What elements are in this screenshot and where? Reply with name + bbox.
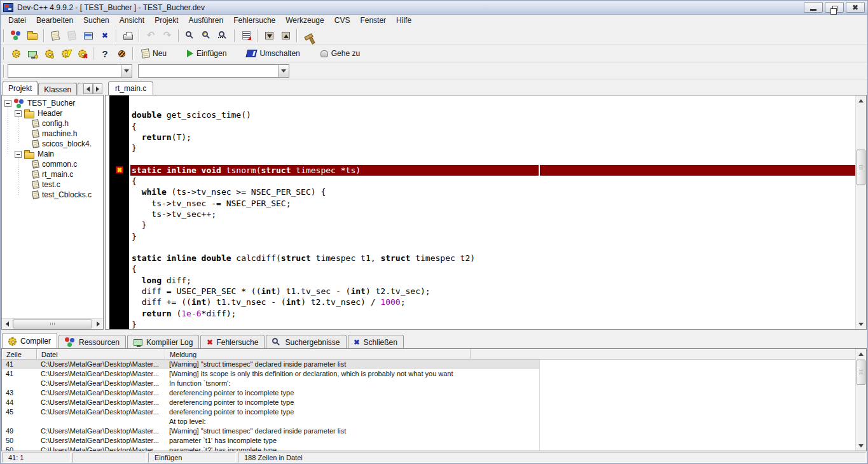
compile-button[interactable] [261,28,277,43]
rebuild-all-button[interactable] [57,46,74,61]
code-line[interactable]: long diff; [130,275,855,286]
scrollbar-thumb[interactable] [857,360,865,385]
close-window-button[interactable] [846,2,865,13]
combo-right-dropdown-button[interactable] [278,65,289,77]
output-row[interactable]: 50C:\Users\MetalGear\Desktop\Master...pa… [2,446,866,451]
toolbar-combo-right[interactable] [138,64,289,78]
tree-file-scicos-block4[interactable]: scicos_block4. [2,139,103,149]
menu-fehlersuche[interactable]: Fehlersuche [228,15,280,25]
table-vertical-scrollbar[interactable] [855,349,866,451]
toolbar-combo-left[interactable] [8,64,132,78]
scrollbar-thumb[interactable] [857,150,865,185]
menu-ausf-hren[interactable]: Ausführen [183,15,228,25]
code-line[interactable]: return (1e-6*diff); [130,308,855,319]
code-line[interactable] [130,153,855,164]
save-button[interactable] [47,28,64,43]
code-line[interactable]: { [130,121,855,132]
new-source-button[interactable] [8,28,24,43]
scroll-up-button[interactable] [856,95,866,106]
code-line[interactable]: while (ts->tv_nsec >= NSEC_PER_SEC) { [130,186,855,197]
undo-button[interactable]: ↶ [142,28,159,43]
run-button[interactable] [277,28,294,43]
menu-projekt[interactable]: Projekt [149,15,183,25]
print-button[interactable] [120,28,136,43]
close-all-button[interactable] [97,28,113,43]
rebuild-button[interactable] [300,28,317,43]
menu-fenster[interactable]: Fenster [355,15,391,25]
tab-ressourcen[interactable]: Ressourcen [59,335,126,348]
menu-datei[interactable]: Datei [3,15,31,25]
tree-folder-header[interactable]: Header [2,108,103,118]
tree-folder-main[interactable]: Main [2,149,103,159]
tab-fehlersuche[interactable]: Fehlersuche [200,335,265,348]
run-current-button[interactable] [24,46,41,61]
compile-and-run-button[interactable] [41,46,57,61]
insert-member-button[interactable] [113,46,130,61]
tab-projekt[interactable]: Projekt [3,81,38,95]
tab-kompilier-log[interactable]: Kompilier Log [127,335,199,348]
compile-current-button[interactable] [8,46,24,61]
scroll-down-button[interactable] [856,319,866,329]
tree-file-rt-main-c[interactable]: rt_main.c [2,169,103,179]
close-file-button[interactable] [80,28,97,43]
scroll-right-button[interactable] [93,319,103,329]
replace-button[interactable] [215,28,231,43]
menu-cvs[interactable]: CVS [329,15,355,25]
tab-suchergebnisse[interactable]: Suchergebnisse [266,335,346,348]
combo-left-dropdown-button[interactable] [121,65,132,77]
code-line[interactable]: return(T); [130,132,855,143]
menu-hilfe[interactable]: Hilfe [391,15,417,25]
tree-file-test-cblocks-c[interactable]: test_Cblocks.c [2,190,103,200]
collapse-toggle-icon[interactable] [15,151,22,158]
scrollbar-thumb[interactable] [13,320,92,328]
collapse-toggle-icon[interactable] [4,100,11,107]
column-header-meldung[interactable]: Meldung [165,349,471,360]
code-line-highlighted[interactable]: static inline void tsnorm(struct timespe… [130,165,855,176]
goto-button[interactable]: Gehe zu [315,46,366,61]
tab-scroll-left-button[interactable] [83,83,93,94]
minimize-button[interactable] [804,2,823,13]
code-area[interactable]: double get_scicos_time(){ return(T);}sta… [130,95,855,329]
output-row[interactable]: 45C:\Users\MetalGear\Desktop\Master...de… [2,407,866,417]
output-row[interactable]: 50C:\Users\MetalGear\Desktop\Master...pa… [2,436,866,446]
tab-scroll-right-button[interactable] [93,83,102,94]
tab-fehle[interactable]: Fehle [78,83,83,95]
code-line[interactable]: } [130,319,855,329]
code-line[interactable]: ts->tv_sec++; [130,209,855,220]
scroll-down-button[interactable] [856,440,866,451]
collapse-toggle-icon[interactable] [15,110,22,117]
menu-ansicht[interactable]: Ansicht [114,15,149,25]
output-row[interactable]: 44C:\Users\MetalGear\Desktop\Master...de… [2,398,866,407]
code-line[interactable] [130,99,855,109]
code-line[interactable]: double get_scicos_time() [130,109,855,120]
code-line[interactable]: diff = USEC_PER_SEC * ((int) t1.tv_sec -… [130,286,855,297]
tree-root-test-bucher[interactable]: TEST_Bucher [2,98,103,108]
code-line[interactable] [130,242,855,253]
tab-compiler[interactable]: Compiler [2,333,57,348]
redo-button[interactable]: ↷ [159,28,176,43]
column-header-datei[interactable]: Datei [37,349,165,360]
output-row[interactable]: 43C:\Users\MetalGear\Desktop\Master...de… [2,388,866,398]
code-line[interactable]: static inline double calcdiff(struct tim… [130,253,855,264]
tree-file-common-c[interactable]: common.c [2,159,103,169]
save-all-button[interactable] [64,28,80,43]
editor-tab-rt-main-c[interactable]: rt_main.c [108,81,153,95]
menu-suchen[interactable]: Suchen [78,15,114,25]
menu-bearbeiten[interactable]: Bearbeiten [31,15,78,25]
find-button[interactable] [182,28,198,43]
tab-schlie-en[interactable]: Schließen [348,335,404,348]
code-line[interactable]: } [130,220,855,230]
column-header-zeile[interactable]: Zeile [2,349,37,360]
code-line[interactable]: ts->tv_nsec -= NSEC_PER_SEC; [130,198,855,209]
output-row[interactable]: C:\Users\MetalGear\Desktop\Master...In f… [2,379,866,388]
abort-compilation-button[interactable] [74,46,90,61]
tree-file-config-h[interactable]: config.h [2,118,103,129]
code-line[interactable]: { [130,176,855,186]
code-editor[interactable]: double get_scicos_time(){ return(T);}sta… [105,95,867,330]
code-line[interactable]: { [130,264,855,274]
editor-vertical-scrollbar[interactable] [855,95,866,329]
output-row[interactable]: At top level: [2,417,866,426]
toggle-button[interactable]: Umschalten [241,46,305,61]
scroll-left-button[interactable] [2,319,12,329]
code-line[interactable]: } [130,231,855,242]
